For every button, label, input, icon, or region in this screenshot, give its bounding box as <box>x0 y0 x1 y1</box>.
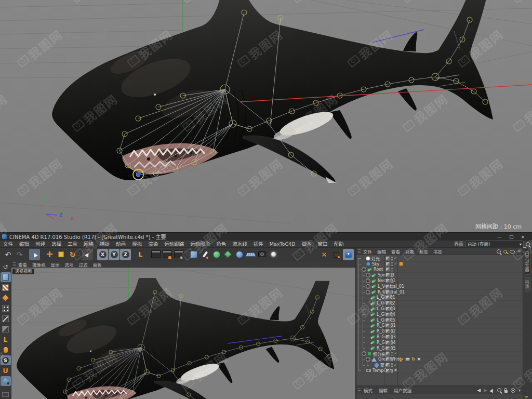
close-button[interactable]: × <box>521 234 525 240</box>
om-menu-4[interactable]: 标签 <box>417 248 431 255</box>
visibility-chip-icon[interactable] <box>385 278 390 283</box>
visibility-chip-icon[interactable] <box>385 273 390 277</box>
visibility-chip-icon[interactable] <box>385 368 390 373</box>
move-icon[interactable] <box>44 249 55 260</box>
visibility-chip-icon[interactable] <box>385 262 390 267</box>
visibility-chip-icon[interactable] <box>385 307 390 311</box>
points-mode-icon[interactable] <box>1 303 11 313</box>
viewport-menu-4[interactable]: 过滤 <box>76 261 90 268</box>
visibility-dots-icon[interactable] <box>391 279 393 281</box>
menu-item-8[interactable]: 模拟 <box>129 241 145 247</box>
visibility-dots-icon[interactable] <box>391 313 393 314</box>
attr-menu-1[interactable]: 编辑 <box>376 387 391 393</box>
add-deformer-icon[interactable] <box>222 249 233 260</box>
viewport-menu-1[interactable]: 摄像机 <box>30 261 48 268</box>
menu-item-5[interactable]: 网格 <box>81 241 97 247</box>
menu-item-18[interactable]: 帮助 <box>330 241 347 247</box>
expand-icon[interactable] <box>366 278 370 283</box>
visibility-dots-icon[interactable] <box>391 341 393 342</box>
lock-z-icon[interactable] <box>120 249 131 260</box>
polygons-mode-icon[interactable] <box>1 324 11 334</box>
compositing-tag-icon[interactable] <box>399 262 403 266</box>
lock-x-icon[interactable] <box>97 249 108 260</box>
chevron-down-icon[interactable]: ▾ <box>518 388 521 393</box>
menu-item-11[interactable]: 运动图形 <box>187 241 213 247</box>
rotate-icon[interactable] <box>67 249 78 260</box>
viewport-menu-5[interactable]: 面板 <box>90 261 104 268</box>
live-selection-icon[interactable] <box>29 249 40 260</box>
make-editable-icon[interactable] <box>1 262 11 272</box>
enabled-check-icon[interactable]: ✓ <box>394 256 397 261</box>
coordinate-system-icon[interactable] <box>135 249 146 260</box>
attr-menu-0[interactable]: 模式 <box>361 387 376 393</box>
menu-item-4[interactable]: 工具 <box>64 241 81 247</box>
visibility-dots-icon[interactable] <box>391 268 393 270</box>
undo-icon[interactable] <box>3 249 14 260</box>
add-primitive-icon[interactable] <box>188 249 199 260</box>
visibility-dots-icon[interactable] <box>391 285 393 286</box>
attr-menu-2[interactable]: 用户数据 <box>391 387 415 393</box>
visibility-chip-icon[interactable] <box>385 267 390 272</box>
visibility-chip-icon[interactable] <box>385 329 390 334</box>
workplane-mode-icon[interactable] <box>1 293 11 303</box>
bindpose-tag-icon[interactable]: × <box>417 357 421 362</box>
visibility-chip-icon[interactable] <box>385 340 390 345</box>
menu-item-1[interactable]: 编辑 <box>16 241 32 247</box>
menu-item-16[interactable]: 脚本 <box>298 241 314 247</box>
pick-icon[interactable]: ▲ <box>489 387 495 393</box>
visibility-chip-icon[interactable] <box>385 351 390 356</box>
tweak-mode-icon[interactable] <box>1 345 11 355</box>
add-floor-icon[interactable] <box>245 249 256 260</box>
om-menu-0[interactable]: 文件 <box>361 248 375 255</box>
visibility-chip-icon[interactable] <box>385 335 390 339</box>
visibility-chip-icon[interactable] <box>385 323 390 328</box>
add-generator-icon[interactable] <box>211 249 222 260</box>
render-settings-icon[interactable] <box>173 249 184 260</box>
visibility-dots-icon[interactable] <box>391 262 393 264</box>
menu-item-13[interactable]: 流水线 <box>229 241 250 247</box>
visibility-dots-icon[interactable] <box>391 307 393 309</box>
search-icon[interactable] <box>497 249 501 254</box>
last-tool-icon[interactable] <box>82 249 93 260</box>
expand-icon[interactable] <box>366 290 370 295</box>
edges-mode-icon[interactable] <box>1 314 11 324</box>
menu-item-3[interactable]: 选择 <box>48 241 64 247</box>
history-back-icon[interactable]: ◀ <box>477 388 481 393</box>
shark-model-small[interactable] <box>17 278 334 399</box>
expand-icon[interactable] <box>366 284 370 289</box>
viewport-solo-icon[interactable] <box>319 249 330 260</box>
phong-tag-icon[interactable] <box>405 357 410 361</box>
magnet-tool-icon[interactable] <box>1 366 11 376</box>
add-camera-icon[interactable] <box>257 249 268 260</box>
visibility-chip-icon[interactable] <box>385 295 390 300</box>
perspective-viewport-small[interactable]: 透视视图 <box>11 268 355 399</box>
visibility-dots-icon[interactable] <box>391 352 393 354</box>
history-forward-icon[interactable]: ▶ <box>484 388 487 393</box>
menu-item-7[interactable]: 动画 <box>113 241 129 247</box>
render-view-icon[interactable] <box>150 249 161 260</box>
view-label[interactable]: 透视视图 <box>12 269 34 274</box>
visibility-dots-icon[interactable] <box>391 347 393 348</box>
menu-item-9[interactable]: 渲染 <box>145 241 161 247</box>
visibility-dots-icon[interactable] <box>391 318 393 320</box>
lock-icon[interactable] <box>504 390 508 393</box>
visibility-dots-icon[interactable] <box>391 329 393 331</box>
shark-model[interactable] <box>52 0 493 183</box>
visibility-dots-icon[interactable] <box>391 335 393 337</box>
visibility-chip-icon[interactable] <box>385 357 390 362</box>
visibility-chip-icon[interactable] <box>385 256 390 261</box>
add-spline-icon[interactable] <box>200 249 210 260</box>
visibility-dots-icon[interactable] <box>391 324 393 326</box>
om-menu-3[interactable]: 对象 <box>403 248 417 255</box>
minimize-button[interactable]: — <box>497 234 502 240</box>
side-tab-1[interactable]: 构造 <box>525 277 530 291</box>
visibility-dots-icon[interactable] <box>391 363 393 365</box>
menu-item-0[interactable]: 文件 <box>0 241 16 247</box>
menu-item-14[interactable]: 插件 <box>250 241 267 247</box>
menu-item-17[interactable]: 窗口 <box>314 241 330 247</box>
title-bar[interactable]: CINEMA 4D R17.016 Studio (R17) - [GreatW… <box>0 233 532 241</box>
model-mode-icon[interactable] <box>1 272 11 282</box>
visibility-chip-icon[interactable] <box>385 318 390 323</box>
add-environment-icon[interactable] <box>234 249 245 260</box>
menu-item-15[interactable]: MaxToC4D <box>267 241 299 247</box>
